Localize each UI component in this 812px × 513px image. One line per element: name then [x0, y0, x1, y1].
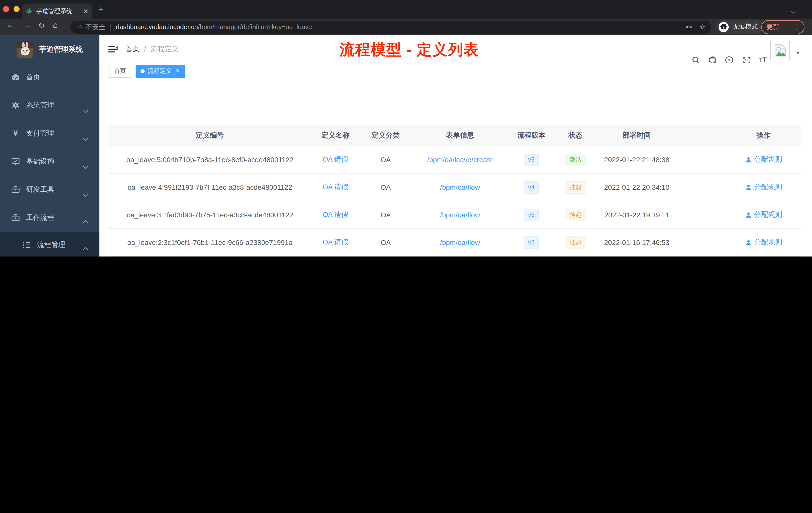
active-dot [141, 69, 145, 73]
breadcrumb: 首页 / 流程定义 [125, 45, 179, 54]
definition-category: OA [381, 183, 391, 191]
sidebar-item-label: 系统管理 [26, 101, 54, 110]
user-avatar[interactable] [770, 41, 790, 60]
chevron-down-icon [84, 190, 87, 198]
chevron-down-icon [84, 133, 87, 142]
password-key-icon[interactable] [685, 23, 692, 31]
chrome-update-button[interactable]: 更新 ⋮ [761, 20, 805, 34]
table-row: oa_leave:5:004b710b-7b8a-11ec-8ef0-acde4… [109, 146, 801, 174]
version-badge: v5 [523, 153, 539, 166]
version-badge: v4 [523, 181, 539, 193]
definition-category: OA [381, 211, 391, 219]
col-definition-category: 定义分类 [359, 125, 412, 146]
form-info-link[interactable]: /bpm/oa/leave/create [427, 156, 493, 163]
forward-icon[interactable]: → [23, 21, 31, 30]
dashboard-icon [11, 73, 20, 82]
minimize-window-button[interactable] [13, 6, 20, 12]
table-row: oa_leave:4:991f2193-7b7f-11ec-a3c8-acde4… [109, 174, 801, 201]
col-action: 操作 [726, 125, 801, 146]
sidebar-menu: 首页 系统管理 ¥ 支付管理 基础设施 研发工具 工作流程 流程管理 流程表单 [0, 63, 99, 256]
tab-search-icon[interactable] [791, 6, 795, 15]
home-icon[interactable]: ⌂ [53, 21, 58, 30]
sidebar-item-system-management[interactable]: 系统管理 [0, 91, 99, 119]
incognito-label: 无痕模式 [733, 23, 758, 31]
form-info-link[interactable]: /bpm/oa/flow [440, 211, 480, 219]
tags-view: 首页 流程定义 ✕ [99, 63, 812, 79]
assign-rule-link[interactable]: 分配规则 [745, 155, 782, 164]
reload-icon[interactable]: ↻ [38, 21, 45, 30]
deploy-time: 2022-01-22 20:34:10 [604, 183, 669, 191]
form-info-link[interactable]: /bpm/oa/flow [440, 238, 480, 246]
tag-process-definition[interactable]: 流程定义 ✕ [136, 64, 185, 78]
page-content: 定义编号 定义名称 定义分类 表单信息 流程版本 状态 部署时间 操作 oa_l… [99, 79, 812, 256]
tag-close-icon[interactable]: ✕ [175, 68, 180, 74]
col-deploy-time: 部署时间 [597, 125, 677, 146]
address-bar[interactable]: ⚠ 不安全 dashboard.yudao.iocoder.cn/bpm/man… [70, 20, 711, 33]
form-info-link[interactable]: /bpm/oa/flow [440, 183, 480, 191]
sidebar-item-payment-management[interactable]: ¥ 支付管理 [0, 119, 99, 148]
breadcrumb-home[interactable]: 首页 [125, 45, 140, 54]
deploy-time: 2022-01-22 21:48:38 [604, 156, 669, 163]
chevron-up-icon [84, 218, 87, 226]
assign-rule-link[interactable]: 分配规则 [745, 210, 782, 219]
definition-name-link[interactable]: OA 请假 [323, 210, 348, 219]
avatar-dropdown-caret-icon[interactable]: ▾ [796, 49, 800, 56]
font-size-icon[interactable]: TT [759, 55, 768, 64]
url-path: /bpm/manager/definition?key=oa_leave [198, 23, 312, 31]
deploy-time: 2022-01-16 17:46:53 [604, 238, 669, 246]
table-body: oa_leave:5:004b710b-7b8a-11ec-8ef0-acde4… [109, 146, 801, 256]
user-icon [745, 239, 752, 246]
col-definition-name: 定义名称 [311, 125, 359, 146]
sidebar-item-infrastructure[interactable]: 基础设施 [0, 148, 99, 176]
status-badge: 挂起 [565, 181, 586, 193]
definition-id: oa_leave:4:991f2193-7b7f-11ec-a3c8-acde4… [127, 183, 292, 191]
security-label[interactable]: 不安全 [86, 22, 106, 31]
tab-close-icon[interactable]: ✕ [83, 7, 88, 15]
tag-home[interactable]: 首页 [109, 64, 131, 78]
col-definition-id: 定义编号 [109, 125, 311, 146]
menu-dots-icon[interactable]: ⋮ [793, 23, 800, 31]
bookmark-star-icon[interactable]: ☆ [699, 22, 706, 31]
yen-icon: ¥ [11, 129, 20, 138]
definition-name-link[interactable]: OA 请假 [323, 155, 348, 164]
browser-tabstrip: 芋道管理系统 ✕ + [0, 0, 812, 19]
sidebar-item-label: 支付管理 [26, 129, 54, 138]
url-host: dashboard.yudao.iocoder.cn [116, 23, 198, 31]
definition-id: oa_leave:5:004b710b-7b8a-11ec-8ef0-acde4… [126, 156, 293, 163]
tab-title: 芋道管理系统 [36, 7, 81, 15]
sidebar-item-process-management[interactable]: 流程管理 [0, 232, 99, 256]
status-badge: 挂起 [565, 209, 586, 221]
sidebar-item-workflow[interactable]: 工作流程 [0, 204, 99, 232]
version-badge: v2 [523, 236, 539, 249]
broken-image-icon [771, 41, 789, 60]
assign-rule-link[interactable]: 分配规则 [745, 183, 782, 192]
incognito-icon [718, 21, 729, 32]
sidebar-item-home[interactable]: 首页 [0, 63, 99, 91]
back-icon[interactable]: ← [6, 21, 14, 30]
divider [111, 23, 111, 30]
definition-table: 定义编号 定义名称 定义分类 表单信息 流程版本 状态 部署时间 操作 oa_l… [109, 125, 801, 256]
app-logo[interactable]: 芋道管理系统 [0, 35, 99, 63]
new-tab-button[interactable]: + [98, 4, 104, 14]
sidebar-item-dev-tools[interactable]: 研发工具 [0, 176, 99, 204]
user-icon [745, 156, 752, 163]
close-window-button[interactable] [3, 6, 9, 12]
browser-tab[interactable]: 芋道管理系统 ✕ [22, 3, 92, 19]
version-badge: v3 [523, 209, 539, 221]
assign-rule-link[interactable]: 分配规则 [745, 238, 782, 247]
collapse-sidebar-icon[interactable] [108, 44, 118, 54]
definition-name-link[interactable]: OA 请假 [323, 183, 348, 192]
status-badge: 激活 [565, 153, 586, 166]
table-header: 定义编号 定义名称 定义分类 表单信息 流程版本 状态 部署时间 操作 [109, 125, 801, 146]
sidebar-item-label: 基础设施 [26, 157, 54, 166]
table-row: oa_leave:2:3c1f0ef1-76b1-11ec-9c66-a2380… [109, 229, 801, 256]
favicon-plant-icon [26, 7, 33, 14]
table-row: oa_leave:3:1fad3d93-7b75-11ec-a3c8-acde4… [109, 201, 801, 229]
deploy-time: 2022-01-22 19:19:11 [604, 211, 669, 219]
annotation-title: 流程模型 - 定义列表 [321, 40, 497, 60]
logo-avatar [17, 41, 33, 58]
definition-name-link[interactable]: OA 请假 [323, 238, 348, 247]
chevron-down-icon [84, 162, 87, 170]
app-window: 芋道管理系统 首页 系统管理 ¥ 支付管理 基础设施 研发工具 工作流程 流程管… [0, 35, 812, 256]
col-status: 状态 [554, 125, 597, 146]
